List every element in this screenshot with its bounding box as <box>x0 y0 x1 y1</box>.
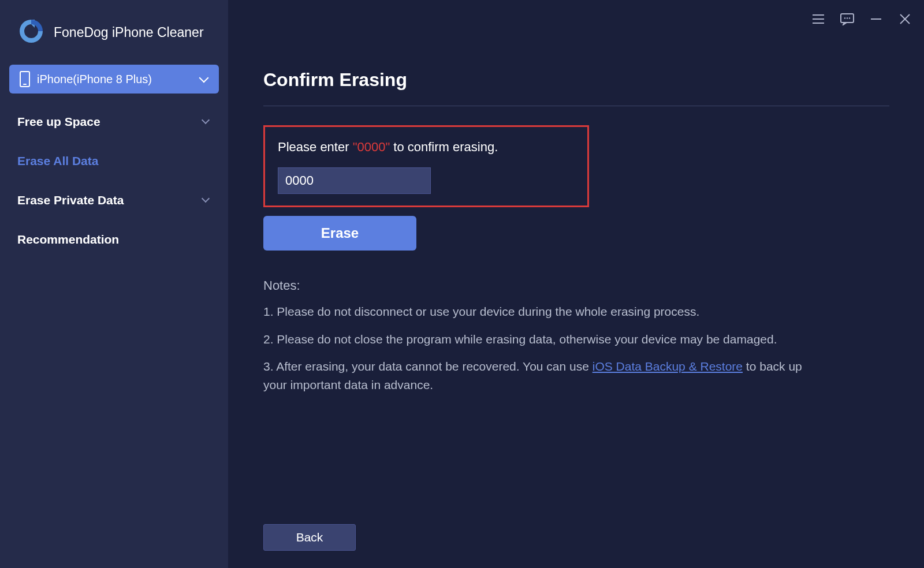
sidebar-item-erase-all-data[interactable]: Erase All Data <box>0 141 228 181</box>
svg-point-5 <box>847 17 848 18</box>
ios-backup-restore-link[interactable]: iOS Data Backup & Restore <box>593 360 743 373</box>
note-line-2: 2. Please do not close the program while… <box>263 330 806 349</box>
sidebar-item-label: Erase Private Data <box>17 193 124 207</box>
sidebar-item-free-up-space[interactable]: Free up Space <box>0 102 228 141</box>
prompt-text-pre: Please enter <box>278 140 353 154</box>
sidebar-item-label: Recommendation <box>17 233 119 246</box>
minimize-icon[interactable] <box>869 12 884 27</box>
chevron-down-icon <box>199 76 208 82</box>
prompt-code: "0000" <box>353 140 390 154</box>
main-content: Confirm Erasing Please enter "0000" to c… <box>229 0 924 568</box>
sidebar-item-label: Free up Space <box>17 115 100 129</box>
sidebar-item-recommendation[interactable]: Recommendation <box>0 220 228 259</box>
app-logo-icon <box>17 17 45 47</box>
notes-heading: Notes: <box>263 278 889 293</box>
feedback-icon[interactable] <box>840 12 855 27</box>
confirm-prompt: Please enter "0000" to confirm erasing. <box>278 140 575 155</box>
logo-area: FoneDog iPhone Cleaner <box>0 9 228 65</box>
chevron-down-icon <box>202 197 211 203</box>
page-title: Confirm Erasing <box>263 69 889 106</box>
phone-icon <box>20 71 30 87</box>
sidebar-item-label: Erase All Data <box>17 154 98 168</box>
device-name: iPhone(iPhone 8 Plus) <box>37 73 192 86</box>
sidebar: FoneDog iPhone Cleaner iPhone(iPhone 8 P… <box>0 0 229 568</box>
note-line-3: 3. After erasing, your data cannot be re… <box>263 357 806 394</box>
back-button[interactable]: Back <box>263 524 356 551</box>
confirm-box: Please enter "0000" to confirm erasing. <box>263 125 589 207</box>
device-selector[interactable]: iPhone(iPhone 8 Plus) <box>9 65 219 94</box>
close-icon[interactable] <box>897 12 912 27</box>
confirm-code-input[interactable] <box>278 167 431 194</box>
erase-button[interactable]: Erase <box>263 216 416 251</box>
note-line-1: 1. Please do not disconnect or use your … <box>263 302 806 321</box>
menu-icon[interactable] <box>811 12 826 27</box>
svg-point-6 <box>849 17 850 18</box>
window-controls <box>811 12 912 27</box>
chevron-down-icon <box>202 119 211 125</box>
prompt-text-post: to confirm erasing. <box>390 140 498 154</box>
sidebar-item-erase-private-data[interactable]: Erase Private Data <box>0 181 228 220</box>
note3-pre: 3. After erasing, your data cannot be re… <box>263 360 593 373</box>
app-title: FoneDog iPhone Cleaner <box>54 25 204 40</box>
svg-point-4 <box>844 17 845 18</box>
notes-section: Notes: 1. Please do not disconnect or us… <box>263 278 889 403</box>
